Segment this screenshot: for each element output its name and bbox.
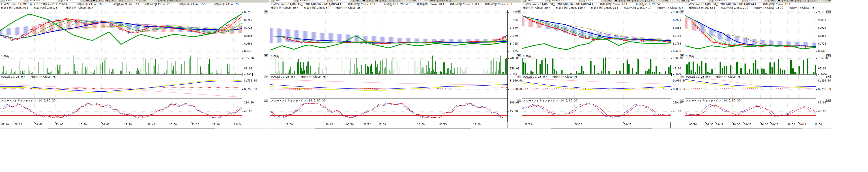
symbol-select[interactable]: 日経225mini▼ [299,0,332,2]
period-minute-button[interactable]: 分 [117,0,123,2]
pane-collapse-button[interactable] [826,10,831,13]
pane-collapse-button[interactable] [680,54,684,57]
bar-count-spinner[interactable]: 500⇕ [147,0,157,2]
tick-button[interactable]: T [124,0,128,2]
bar-count-spinner[interactable]: 500⇕ [669,0,679,2]
symbol-type-select[interactable]: 先物▼ [5,0,28,2]
time-label: 16:30 [787,123,795,126]
period-day-button[interactable]: 日 [619,0,625,2]
spinner-arrows-icon: ⇕ [136,0,139,1]
volume-pane-label: 出来高 [271,54,285,58]
chart-style-icon-button[interactable]: ◪ [91,0,96,2]
period-week-button[interactable]: 週 [626,0,631,2]
legend-item: 一目均衡表( 9, 26, 52 ) [381,3,410,6]
bar-type-button[interactable]: 足 [607,0,612,2]
pane-collapse-button[interactable] [517,54,521,57]
window-fragment-button[interactable] [685,0,689,2]
time-tick-mark [101,122,102,123]
pane-collapse-button[interactable] [517,10,521,13]
horizontal-scrollbar[interactable] [685,128,831,129]
pane-collapse-button[interactable] [517,99,521,102]
stochastic-pane-label: スロー・ストキャスティクス( 14, 3, 80, 20 ) [271,99,333,103]
axis-tick-mark [242,89,243,90]
minute-spinner[interactable]: 5⇕ [655,0,661,2]
horizontal-scrollbar[interactable] [522,128,685,129]
pane-collapse-button[interactable] [264,10,268,13]
legend-item: 一目均衡表( 9, 26, 52 ) [110,3,139,6]
apply-button[interactable]: 適用 [428,0,436,2]
pane-collapse-button[interactable] [264,54,268,57]
period-month-button[interactable]: 月 [632,0,638,2]
bar-type-button[interactable]: 足 [355,0,360,2]
symbol-type-select[interactable]: 先物▼ [527,0,550,2]
chart-style-icon-button[interactable]: ◪ [361,0,366,2]
pane-collapse-button[interactable] [680,10,684,13]
pane-collapse-button[interactable] [264,99,268,102]
period-minute-button[interactable]: 分 [387,0,392,2]
price-chart-canvas[interactable] [0,10,242,122]
contract-select[interactable]: 11/09▼ [333,0,353,2]
period-day-button[interactable]: 日 [368,0,373,2]
axis-tick-label: 8,855 [673,26,681,29]
contract-select[interactable]: 11/09▼ [585,0,606,2]
volume-label: 出来高 [523,55,531,58]
axis-vertical-line [507,122,507,128]
bar-count-label: 本数 [662,0,668,2]
window-fragment-button[interactable] [0,0,4,2]
period-week-button[interactable]: 週 [789,0,794,2]
symbol-type-select[interactable]: 先物▼ [690,0,713,2]
minute-spinner[interactable]: 5⇕ [133,0,140,2]
chart-style-icon-button[interactable]: ◪ [613,0,618,2]
multi-symbol-button[interactable]: 複数銘柄 [437,0,451,2]
bar-type-button[interactable]: 足 [770,0,775,2]
pane-collapse-button[interactable] [264,75,268,78]
period-month-button[interactable]: 月 [111,0,116,2]
apply-button[interactable]: 適用 [680,0,685,2]
bar-type-button[interactable]: 足 [85,0,90,2]
moving-averages-thick [522,16,671,50]
window-fragment-button[interactable] [522,0,526,2]
axis-tick-label: 8,735 [818,42,826,45]
minute-spinner[interactable]: 5⇕ [403,0,410,2]
symbol-select[interactable]: 日経225mini▼ [714,0,746,2]
tick-button[interactable]: T [394,0,398,2]
period-day-button[interactable]: 日 [98,0,103,2]
period-week-button[interactable]: 週 [104,0,110,2]
horizontal-scrollbar[interactable] [0,128,269,129]
price-chart-canvas[interactable] [270,10,507,122]
pane-collapse-button[interactable] [826,54,831,57]
scrollbar-thumb[interactable] [315,128,471,129]
pane-collapse-button[interactable] [826,99,831,102]
period-month-button[interactable]: 月 [796,0,801,2]
contract-select[interactable]: 11/09▼ [747,0,769,2]
window-fragment-button[interactable] [270,0,274,2]
symbol-select[interactable]: 日経225mini▼ [551,0,583,2]
tick-button[interactable]: T [808,0,813,2]
bar-count-spinner[interactable]: 500⇕ [417,0,427,2]
symbol-select[interactable]: 日経225mini▼ [29,0,62,2]
horizontal-scrollbar[interactable] [270,128,521,129]
contract-select[interactable]: 11/09▼ [63,0,84,2]
spinner-value: 5 [404,0,406,1]
spinner-arrows-icon: ⇕ [154,0,157,1]
chart-style-icon-button[interactable]: ◪ [776,0,781,2]
scrollbar-thumb[interactable] [49,128,215,129]
period-month-button[interactable]: 月 [380,0,386,2]
minute-spinner[interactable]: 5⇕ [818,0,825,2]
multi-symbol-button[interactable]: 複数銘柄 [167,0,181,2]
symbol-type-select[interactable]: 先物▼ [275,0,298,2]
period-day-button[interactable]: 日 [782,0,788,2]
stochastic-label: スロー・ストキャスティクス( 14, 3, 80, 20 ) [271,99,328,102]
scrollbar-thumb[interactable] [551,128,652,129]
price-chart-canvas[interactable] [685,10,816,122]
macd-pane-label: MACD( 12, 26, 9 )移動平均( Close, 75 ) [271,75,334,79]
price-chart-canvas[interactable] [522,10,671,122]
apply-button[interactable]: 適用 [158,0,166,2]
period-week-button[interactable]: 週 [374,0,379,2]
pane-collapse-button[interactable] [680,99,684,102]
scrollbar-thumb[interactable] [711,128,802,129]
tick-button[interactable]: T [645,0,650,2]
period-minute-button[interactable]: 分 [802,0,807,2]
period-minute-button[interactable]: 分 [639,0,644,2]
minute-unit-label: 分 [399,0,402,2]
